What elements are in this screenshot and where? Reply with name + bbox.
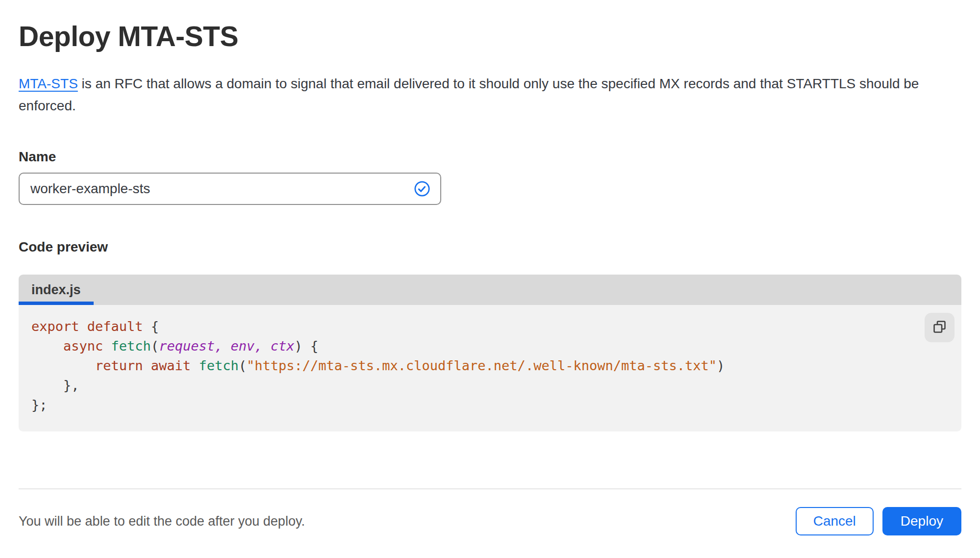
footer-note: You will be able to edit the code after … xyxy=(19,514,305,529)
name-input-wrap xyxy=(19,173,441,205)
deploy-button[interactable]: Deploy xyxy=(882,507,961,535)
copy-icon xyxy=(932,319,947,336)
code-preview-card: index.js export default { async fetch(re… xyxy=(19,275,961,431)
code-tab-bar: index.js xyxy=(19,275,961,305)
code-line: async fetch(request, env, ctx) { xyxy=(31,336,917,356)
deploy-mta-sts-page: Deploy MTA-STS MTA-STS is an RFC that al… xyxy=(0,21,980,535)
cancel-button[interactable]: Cancel xyxy=(796,507,874,535)
mta-sts-link[interactable]: MTA-STS xyxy=(19,76,78,91)
code-line: }, xyxy=(31,376,917,395)
footer-divider xyxy=(19,488,961,489)
name-label: Name xyxy=(19,149,961,165)
intro-paragraph: MTA-STS is an RFC that allows a domain t… xyxy=(19,73,943,117)
tab-index-js[interactable]: index.js xyxy=(19,275,94,305)
code-line: }; xyxy=(31,395,917,415)
tab-label: index.js xyxy=(31,282,81,298)
page-title: Deploy MTA-STS xyxy=(19,21,961,52)
code-line: export default { xyxy=(31,317,917,336)
copy-code-button[interactable] xyxy=(925,313,955,342)
code-line: return await fetch("https://mta-sts.mx.c… xyxy=(31,356,917,376)
intro-text: is an RFC that allows a domain to signal… xyxy=(19,76,919,113)
footer-actions: Cancel Deploy xyxy=(796,507,961,535)
code-lines: export default { async fetch(request, en… xyxy=(31,317,917,415)
name-input[interactable] xyxy=(19,173,441,205)
code-preview-label: Code preview xyxy=(19,239,961,255)
code-area: export default { async fetch(request, en… xyxy=(19,305,961,431)
footer: You will be able to edit the code after … xyxy=(19,507,961,535)
check-circle-icon xyxy=(414,180,430,197)
